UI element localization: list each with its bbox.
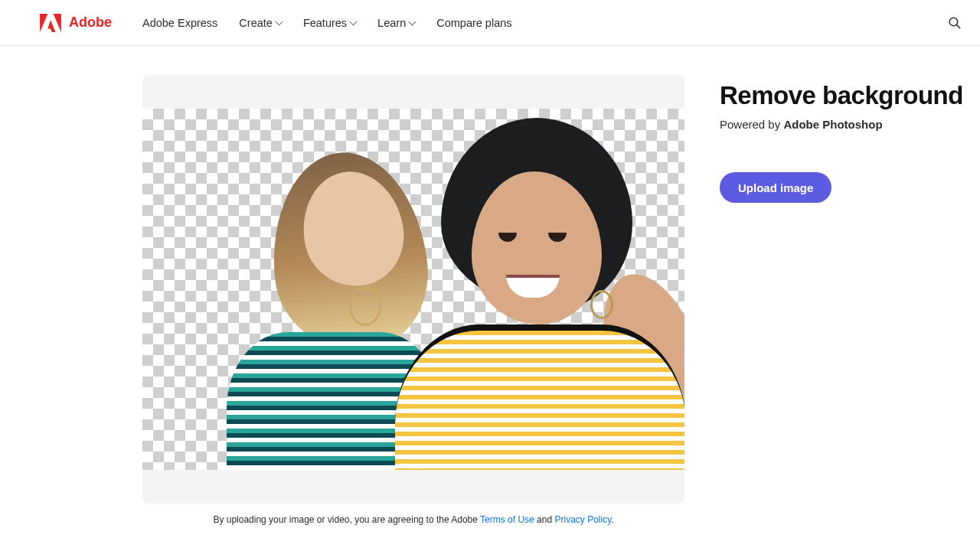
powered-by-brand: Adobe Photoshop: [783, 118, 882, 131]
main-content: By uploading your image or video, you ar…: [0, 46, 980, 525]
side-panel: Remove background Powered by Adobe Photo…: [720, 75, 963, 525]
nav-learn[interactable]: Learn: [377, 17, 415, 29]
powered-by-prefix: Powered by: [720, 118, 783, 131]
preview-subject: [142, 109, 684, 470]
nav-label: Learn: [377, 17, 406, 29]
chevron-down-icon: [275, 18, 283, 25]
image-preview: [142, 75, 684, 504]
search-icon[interactable]: [948, 16, 962, 30]
chevron-down-icon: [350, 18, 358, 25]
nav-create[interactable]: Create: [239, 17, 282, 29]
nav-compare-plans[interactable]: Compare plans: [436, 17, 511, 29]
subtitle: Powered by Adobe Photoshop: [720, 118, 963, 131]
primary-nav: Adobe Express Create Features Learn Comp…: [142, 17, 512, 29]
nav-adobe-express[interactable]: Adobe Express: [142, 17, 217, 29]
nav-label: Create: [239, 17, 273, 29]
disclaimer-suffix: .: [611, 514, 613, 525]
disclaimer-and: and: [534, 514, 555, 525]
header-actions: [948, 16, 962, 30]
terms-of-use-link[interactable]: Terms of Use: [480, 514, 534, 525]
global-header: Adobe Adobe Express Create Features Lear…: [0, 0, 980, 46]
adobe-logo-text: Adobe: [69, 15, 112, 31]
nav-features[interactable]: Features: [303, 17, 356, 29]
svg-line-1: [957, 24, 960, 28]
person-right-illustration: [395, 126, 671, 470]
adobe-logo-icon: [40, 14, 61, 32]
privacy-policy-link[interactable]: Privacy Policy: [554, 514, 611, 525]
upload-image-button[interactable]: Upload image: [720, 172, 831, 203]
nav-label: Adobe Express: [142, 17, 217, 29]
page-title: Remove background: [720, 81, 963, 110]
nav-label: Compare plans: [436, 17, 511, 29]
upload-disclaimer: By uploading your image or video, you ar…: [142, 514, 684, 525]
chevron-down-icon: [409, 18, 416, 25]
adobe-logo[interactable]: Adobe: [40, 14, 112, 32]
nav-label: Features: [303, 17, 347, 29]
preview-column: By uploading your image or video, you ar…: [0, 75, 720, 525]
disclaimer-text: By uploading your image or video, you ar…: [213, 514, 480, 525]
